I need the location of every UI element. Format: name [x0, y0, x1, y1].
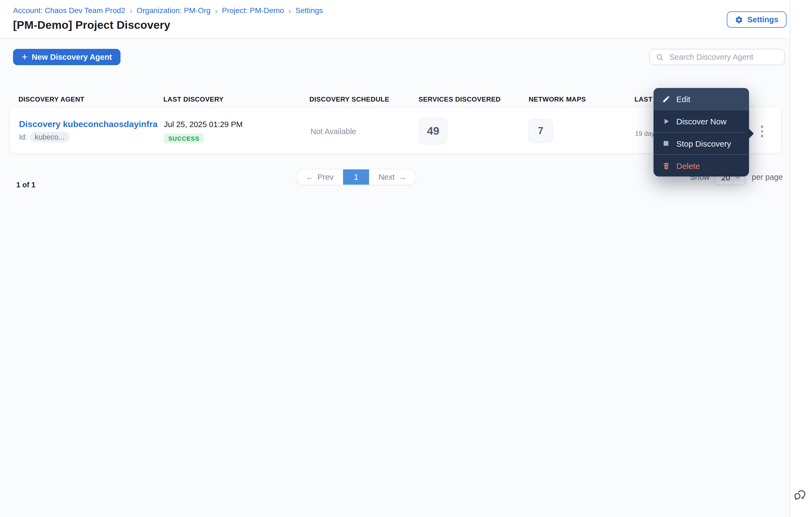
- pagination-summary: 1 of 1: [16, 181, 35, 189]
- next-page-button[interactable]: Next →: [369, 169, 416, 185]
- new-discovery-agent-label: New Discovery Agent: [32, 53, 112, 61]
- context-menu: Edit Discover Now Stop Discovery Delete: [654, 88, 749, 176]
- search-icon: [655, 53, 664, 61]
- agent-id: Id: kubeco...: [19, 132, 69, 142]
- chevron-right-icon: ›: [215, 6, 218, 15]
- arrow-left-icon: ←: [306, 173, 314, 181]
- menu-item-stop-discovery-label: Stop Discovery: [676, 139, 731, 148]
- network-maps-count: 7: [528, 119, 553, 143]
- settings-button[interactable]: Settings: [727, 11, 786, 28]
- column-header-services-discovered: SERVICES DISCOVERED: [418, 96, 501, 103]
- new-discovery-agent-button[interactable]: + New Discovery Agent: [13, 49, 121, 65]
- search-input[interactable]: [668, 52, 779, 62]
- plus-icon: +: [22, 52, 27, 62]
- page-title: [PM-Demo] Project Discovery: [13, 19, 170, 31]
- prev-page-button[interactable]: ← Prev: [296, 169, 343, 185]
- menu-item-delete-label: Delete: [676, 161, 700, 170]
- arrow-right-icon: →: [398, 173, 406, 181]
- pencil-icon: [662, 94, 670, 103]
- app-window: Account: Chaos Dev Team Prod2 › Organiza…: [0, 0, 812, 517]
- column-header-network-maps: NETWORK MAPS: [529, 96, 586, 103]
- chevron-right-icon: ›: [289, 6, 291, 15]
- prev-label: Prev: [318, 173, 334, 181]
- chat-bubbles-icon[interactable]: [792, 487, 808, 504]
- menu-item-edit-label: Edit: [676, 94, 690, 104]
- breadcrumb: Account: Chaos Dev Team Prod2 › Organiza…: [13, 6, 323, 15]
- kebab-menu-button[interactable]: [756, 123, 768, 140]
- right-rail: [790, 0, 812, 517]
- breadcrumb-account-link[interactable]: Account: Chaos Dev Team Prod2: [13, 6, 125, 15]
- column-header-last-discovery: LAST DISCOVERY: [163, 96, 224, 103]
- column-header-discovery-agent: DISCOVERY AGENT: [19, 96, 84, 103]
- search-box: [649, 49, 785, 65]
- stop-icon: [662, 139, 670, 148]
- last-info-partial: 19 day: [635, 130, 655, 137]
- menu-item-stop-discovery[interactable]: Stop Discovery: [654, 133, 749, 154]
- menu-item-discover-now-label: Discover Now: [676, 116, 726, 126]
- play-icon: [662, 117, 670, 126]
- column-header-discovery-schedule: DISCOVERY SCHEDULE: [309, 96, 389, 103]
- trash-icon: [662, 161, 670, 170]
- agent-name-link[interactable]: Discovery kubeconchaosdayinfra: [19, 119, 157, 129]
- services-discovered-count: 49: [419, 117, 447, 144]
- discovery-schedule-value: Not Available: [311, 127, 356, 136]
- breadcrumb-settings-link[interactable]: Settings: [295, 6, 323, 15]
- menu-item-edit[interactable]: Edit: [654, 88, 749, 110]
- gear-icon: [735, 15, 744, 24]
- chevron-right-icon: ›: [130, 6, 133, 15]
- per-page-label: per page: [752, 173, 783, 181]
- next-label: Next: [379, 173, 395, 181]
- breadcrumb-organization-link[interactable]: Organization: PM-Org: [137, 6, 211, 15]
- pagination: ← Prev 1 Next →: [296, 169, 416, 185]
- column-header-last: LAST: [635, 96, 652, 103]
- agent-id-label: Id:: [19, 133, 27, 141]
- agent-id-value: kubeco...: [30, 132, 69, 142]
- breadcrumb-project-link[interactable]: Project: PM-Demo: [222, 6, 284, 15]
- menu-item-delete[interactable]: Delete: [654, 155, 749, 176]
- top-header: Account: Chaos Dev Team Prod2 › Organiza…: [0, 0, 790, 38]
- last-discovery-time: Jul 25, 2025 01:29 PM: [164, 120, 243, 129]
- page-1-button[interactable]: 1: [343, 169, 369, 185]
- status-badge: SUCCESS: [164, 134, 204, 143]
- menu-item-discover-now[interactable]: Discover Now: [654, 110, 749, 132]
- settings-button-label: Settings: [747, 15, 778, 24]
